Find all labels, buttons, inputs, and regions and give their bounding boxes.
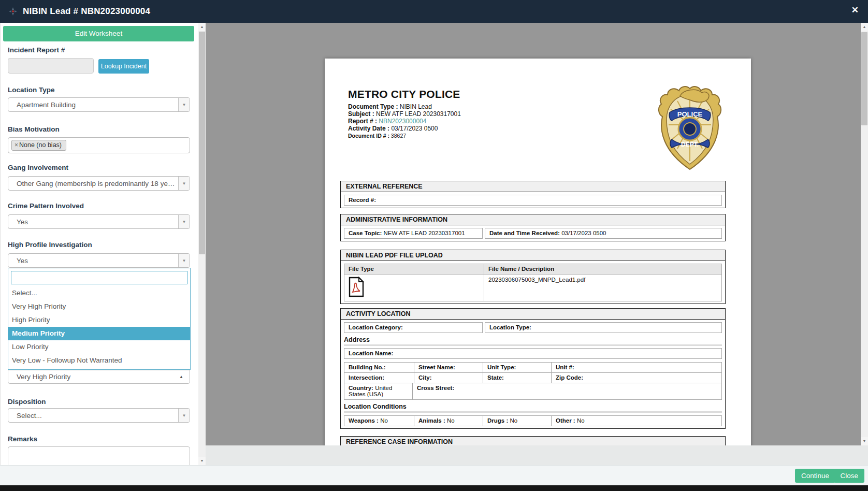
priority-dropdown-list: Select... Very High Priority High Priori… xyxy=(8,268,191,370)
section-administrative-information: ADMINISTRATIVE INFORMATION Case Topic: N… xyxy=(340,214,726,241)
document-agency-title: METRO CITY POLICE xyxy=(348,88,460,100)
date-received-value: 03/17/2023 0500 xyxy=(561,230,606,236)
incident-report-input[interactable] xyxy=(8,58,94,74)
horizontal-scrollbar[interactable] xyxy=(206,445,868,465)
crime-pattern-select[interactable]: Yes ▼ xyxy=(8,214,190,229)
close-icon[interactable]: ✕ xyxy=(851,5,859,16)
weapons-value: No xyxy=(380,417,388,424)
priority-option[interactable]: High Priority xyxy=(8,313,190,327)
chevron-up-icon: ▲ xyxy=(179,374,190,379)
crime-pattern-value: Yes xyxy=(8,218,178,226)
bias-motivation-input[interactable]: ×None (no bias) xyxy=(8,137,190,153)
badge-bottom-banner-text: DEPT. xyxy=(681,141,699,148)
file-name-column-header: File Name / Description xyxy=(484,264,722,275)
continue-button[interactable]: Continue xyxy=(795,469,835,483)
scroll-down-icon[interactable]: ▼ xyxy=(861,437,868,445)
other-label: Other : xyxy=(556,417,575,424)
tag-remove-icon[interactable]: × xyxy=(15,141,18,149)
state-label: State: xyxy=(487,374,504,381)
case-topic-value: NEW ATF LEAD 20230317001 xyxy=(384,230,465,236)
cross-street-label: Cross Street: xyxy=(417,385,454,391)
priority-option-highlighted[interactable]: Medium Priority xyxy=(8,327,190,340)
unit-no-label: Unit #: xyxy=(556,364,574,370)
gang-involvement-label: Gang Involvement xyxy=(8,164,68,171)
building-no-label: Building No.: xyxy=(349,364,386,370)
bias-tag: ×None (no bias) xyxy=(11,140,66,151)
lookup-incident-button[interactable]: Lookup Incident xyxy=(98,59,149,74)
scroll-up-icon[interactable]: ▲ xyxy=(198,23,206,31)
location-type-select[interactable]: Apartment Building ▼ xyxy=(8,97,190,112)
section-title: NIBIN LEAD PDF FILE UPLOAD xyxy=(341,250,725,261)
section-title: ADMINISTRATIVE INFORMATION xyxy=(341,214,725,225)
high-profile-select[interactable]: Yes ▼ xyxy=(8,253,190,268)
doc-type-label: Document Type : xyxy=(348,103,398,110)
scroll-down-icon[interactable]: ▼ xyxy=(198,457,206,465)
country-label: Country: xyxy=(349,385,373,391)
activity-date-label: Activity Date : xyxy=(348,125,389,132)
priority-option[interactable]: Very High Priority xyxy=(8,300,190,313)
document-meta: Document Type : NIBIN Lead Subject : NEW… xyxy=(348,103,461,139)
chevron-down-icon: ▼ xyxy=(178,177,190,190)
city-label: City: xyxy=(418,374,432,381)
document-id-value: 38627 xyxy=(391,133,406,139)
report-number-label: Report # : xyxy=(348,118,377,125)
priority-select[interactable]: Very High Priority ▲ xyxy=(8,370,190,384)
high-profile-value: Yes xyxy=(8,257,178,265)
scrollbar-thumb[interactable] xyxy=(199,32,205,254)
activity-date-value: 03/17/2023 0500 xyxy=(391,125,438,132)
document-preview-page: METRO CITY POLICE Document Type : NIBIN … xyxy=(325,59,751,445)
animals-value: No xyxy=(447,417,455,424)
drugs-label: Drugs : xyxy=(487,417,508,424)
priority-option[interactable]: Low Priority xyxy=(8,340,190,354)
viewer-scrollbar[interactable]: ▲ ▼ xyxy=(861,23,868,445)
scrollbar-thumb[interactable] xyxy=(861,32,867,125)
remarks-label: Remarks xyxy=(8,435,37,443)
nibin-crosshair-icon xyxy=(8,7,18,16)
location-name-label: Location Name: xyxy=(349,350,393,356)
pdf-file-icon xyxy=(349,277,364,297)
crime-pattern-label: Crime Pattern Involved xyxy=(8,202,84,210)
chevron-down-icon: ▼ xyxy=(178,409,190,422)
disposition-value: Select... xyxy=(8,412,178,420)
priority-search-input[interactable] xyxy=(11,271,187,284)
doc-type-value: NIBIN Lead xyxy=(400,103,432,110)
remarks-textarea[interactable] xyxy=(8,446,190,465)
modal-title: NIBIN Lead # NBN2023000004 xyxy=(23,6,150,17)
chevron-down-icon: ▼ xyxy=(178,254,190,267)
disposition-select[interactable]: Select... ▼ xyxy=(8,408,190,423)
priority-option[interactable]: Select... xyxy=(8,286,190,300)
section-pdf-file-upload: NIBIN LEAD PDF FILE UPLOAD File Type Fil… xyxy=(340,250,726,304)
gang-involvement-select[interactable]: Other Gang (membership is predominantly … xyxy=(8,176,190,191)
location-type-label: Location Type xyxy=(8,86,55,94)
worksheet-panel: Edit Worksheet Incident Report # Lookup … xyxy=(0,23,198,465)
location-conditions-heading: Location Conditions xyxy=(344,403,722,413)
background-bar xyxy=(0,485,868,491)
high-profile-label: High Profile Investigation xyxy=(8,241,92,249)
edit-worksheet-button[interactable]: Edit Worksheet xyxy=(3,26,194,41)
case-topic-label: Case Topic: xyxy=(349,230,382,236)
incident-report-label: Incident Report # xyxy=(8,46,65,54)
modal-footer: Continue Close xyxy=(0,465,868,485)
zip-code-label: Zip Code: xyxy=(556,374,583,381)
police-badge-image: POLICE DEPT. xyxy=(654,83,726,172)
file-type-column-header: File Type xyxy=(344,264,484,275)
chevron-down-icon: ▼ xyxy=(178,98,190,111)
uploaded-file-name: 20230306075003_MNPD_Lead1.pdf xyxy=(488,277,585,283)
document-id-label: Document ID # : xyxy=(348,133,389,139)
close-button[interactable]: Close xyxy=(834,469,864,483)
section-activity-location: ACTIVITY LOCATION Location Category: Loc… xyxy=(340,308,726,429)
disposition-label: Disposition xyxy=(8,398,46,406)
modal-header: NIBIN Lead # NBN2023000004 ✕ xyxy=(0,0,868,23)
date-received-label: Date and Time Received: xyxy=(489,230,560,236)
section-title: REFERENCE CASE INFORMATION xyxy=(341,437,725,445)
scroll-up-icon[interactable]: ▲ xyxy=(861,23,868,31)
worksheet-scrollbar[interactable]: ▲ ▼ xyxy=(198,23,206,465)
intersection-label: Intersection: xyxy=(349,374,384,381)
chevron-down-icon: ▼ xyxy=(178,215,190,228)
section-title: ACTIVITY LOCATION xyxy=(341,309,725,320)
weapons-label: Weapons : xyxy=(349,417,379,424)
report-number-value: NBN2023000004 xyxy=(379,118,426,125)
priority-option[interactable]: Very Low - Followup Not Warranted xyxy=(8,354,190,367)
bias-tag-label: None (no bias) xyxy=(19,141,62,149)
drugs-value: No xyxy=(510,417,517,424)
